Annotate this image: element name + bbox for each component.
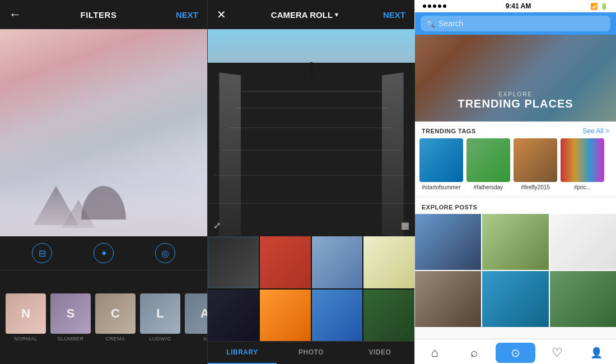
- post-cell-pool[interactable]: [482, 271, 548, 327]
- explore-nav: ⌂ ⌕ ⊙ ♡ 👤: [415, 339, 616, 364]
- trending-places-label: TRENDING PLACES: [415, 97, 616, 110]
- tag-item-startofsummer[interactable]: #startofsummer: [419, 138, 463, 190]
- filter-item-ludwig[interactable]: L LUDWIG: [140, 293, 180, 342]
- grid-cell-oranges[interactable]: [260, 290, 311, 342]
- trending-tags-header: TRENDING TAGS See All >: [415, 122, 616, 138]
- grid-cell-car[interactable]: [260, 236, 311, 288]
- explore-posts-section: EXPLORE POSTS: [415, 198, 616, 328]
- explore-posts-header: EXPLORE POSTS: [415, 198, 616, 214]
- lux-tool-button[interactable]: ◎: [155, 243, 175, 263]
- post-cell-stairs2[interactable]: [415, 271, 481, 327]
- camera-next-button[interactable]: NEXT: [383, 10, 405, 20]
- stair-step-3: [230, 127, 393, 128]
- battery-icon: 🔋: [600, 3, 608, 10]
- tag-label-firefly: #firefly2015: [521, 184, 550, 190]
- tab-video[interactable]: VIDEO: [346, 342, 414, 364]
- signal-dot-3: [433, 4, 436, 8]
- grid-cell-person[interactable]: [208, 290, 259, 342]
- filter-label-crema: CREMA: [105, 336, 125, 342]
- post-cell-city[interactable]: [415, 214, 481, 270]
- filter-label-slumber: SLUMBER: [57, 336, 83, 342]
- search-icon: 🔍: [426, 20, 435, 28]
- search-bar-container: 🔍 Search: [415, 12, 616, 35]
- trending-tags-row: #startofsummer #fathersday #firefly2015 …: [415, 138, 616, 195]
- photo-grid: [208, 236, 414, 341]
- nav-home[interactable]: ⌂: [415, 343, 454, 363]
- signal-dots: [423, 4, 446, 8]
- filter-thumb-crema: C: [95, 293, 136, 334]
- fog-overlay: [0, 180, 207, 236]
- explore-content: EXPLORE TRENDING PLACES TRENDING TAGS Se…: [415, 35, 616, 339]
- back-button[interactable]: ←: [9, 7, 21, 22]
- explore-posts-title: EXPLORE POSTS: [422, 204, 477, 211]
- expand-icon[interactable]: ⤢: [213, 220, 221, 231]
- tag-thumb-colorful: [561, 138, 604, 182]
- grid-cell-blue-door[interactable]: [312, 290, 363, 342]
- see-all-button[interactable]: See All >: [582, 127, 609, 135]
- close-button[interactable]: ✕: [217, 8, 226, 21]
- filter-strip: N NORMAL S SLUMBER C CREMA L LUDWIG A: [0, 270, 207, 364]
- nav-profile[interactable]: 👤: [577, 343, 616, 363]
- status-time: 9:41 AM: [506, 2, 531, 10]
- camera-roll-title[interactable]: CAMERA ROLL ▾: [271, 10, 338, 20]
- explore-sub-label: EXPLORE: [415, 91, 616, 97]
- grid-cell-food[interactable]: [363, 236, 414, 288]
- filter-thumb-more: A: [185, 293, 207, 334]
- status-icons: 📶 🔋: [590, 3, 608, 10]
- camera-roll-panel: ✕ CAMERA ROLL ▾ NEXT ⤢ ▦: [207, 0, 414, 364]
- search-bar[interactable]: 🔍 Search: [421, 16, 610, 31]
- post-cell-white[interactable]: [550, 214, 616, 270]
- adjust-tool-button[interactable]: ⊟: [32, 243, 52, 263]
- left-railing: [219, 72, 241, 236]
- grid-icon[interactable]: ▦: [401, 220, 409, 231]
- grid-cell-stairs[interactable]: [208, 236, 259, 288]
- stair-step-2: [236, 108, 387, 109]
- filter-item-more[interactable]: A A: [185, 293, 207, 342]
- grid-cell-door[interactable]: [312, 236, 363, 288]
- tab-library[interactable]: LIBRARY: [208, 342, 277, 364]
- camera-bottom-tabs: LIBRARY PHOTO VIDEO: [208, 341, 414, 364]
- filter-item-crema[interactable]: C CREMA: [95, 293, 136, 342]
- person-silhouette: [310, 67, 313, 78]
- trending-places-banner[interactable]: EXPLORE TRENDING PLACES: [415, 35, 616, 122]
- tag-thumb-silhouette: [514, 138, 557, 182]
- grid-cell-forest[interactable]: [363, 290, 414, 342]
- filters-next-button[interactable]: NEXT: [176, 10, 198, 20]
- filter-label-ludwig: LUDWIG: [150, 336, 171, 342]
- camera-topbar: ✕ CAMERA ROLL ▾ NEXT: [208, 0, 414, 29]
- tag-item-pride[interactable]: #pric...: [561, 138, 604, 190]
- nav-activity[interactable]: ♡: [538, 343, 577, 363]
- post-cell-nature[interactable]: [550, 271, 616, 327]
- tag-item-firefly[interactable]: #firefly2015: [514, 138, 557, 190]
- right-railing: [382, 72, 404, 236]
- tag-thumb-water: [419, 138, 463, 182]
- explore-posts-grid: [415, 214, 616, 328]
- status-bar: 9:41 AM 📶 🔋: [415, 0, 616, 12]
- explore-panel: 9:41 AM 📶 🔋 🔍 Search EXPLORE TRENDING PL…: [414, 0, 616, 364]
- filter-item-normal[interactable]: N NORMAL: [6, 293, 46, 342]
- search-input[interactable]: Search: [438, 19, 463, 28]
- tag-item-fathersday[interactable]: #fathersday: [466, 138, 510, 190]
- brightness-tool-button[interactable]: ✦: [94, 243, 114, 263]
- signal-dot-5: [443, 4, 446, 8]
- main-photo-preview: ⤢ ▦: [208, 29, 415, 236]
- filters-topbar: ← FILTERS NEXT: [0, 0, 207, 29]
- tag-label-pride: #pric...: [574, 184, 591, 190]
- nav-search[interactable]: ⌕: [454, 343, 493, 363]
- filter-preview-image: [0, 29, 207, 236]
- filter-item-slumber[interactable]: S SLUMBER: [50, 293, 91, 342]
- signal-dot-2: [428, 4, 431, 8]
- tab-photo[interactable]: PHOTO: [277, 342, 346, 364]
- filter-thumb-ludwig: L: [140, 293, 180, 334]
- nav-camera[interactable]: ⊙: [496, 343, 535, 363]
- stair-step-4: [222, 150, 401, 151]
- filter-thumb-normal: N: [6, 293, 46, 334]
- post-cell-yoga[interactable]: [482, 214, 548, 270]
- tag-label-startofsummer: #startofsummer: [422, 184, 460, 190]
- wifi-icon: 📶: [590, 3, 598, 10]
- filter-tools-row: ⊟ ✦ ◎: [0, 236, 207, 270]
- chevron-down-icon: ▾: [335, 11, 338, 18]
- filter-label-more: A: [203, 336, 207, 342]
- filter-thumb-slumber: S: [50, 293, 91, 334]
- signal-dot-4: [438, 4, 441, 8]
